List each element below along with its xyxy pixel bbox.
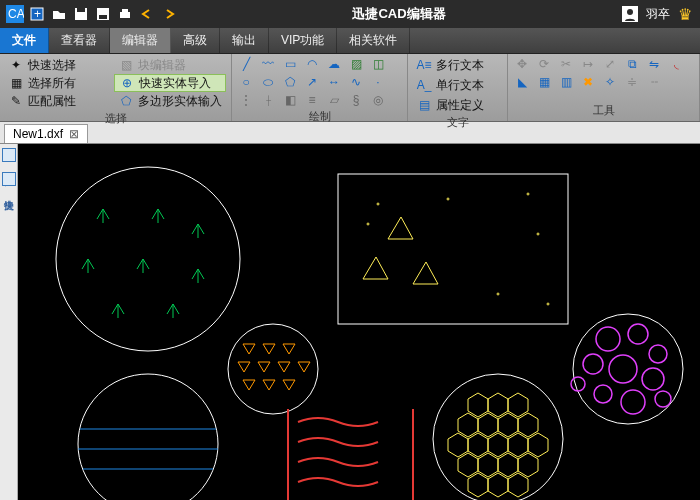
saveas-icon[interactable]: [94, 5, 112, 23]
wipe-icon[interactable]: ▱: [324, 92, 344, 108]
attr-icon: ▤: [416, 97, 432, 113]
workspace: 刚性 快捷夹: [0, 144, 700, 500]
svg-point-37: [621, 390, 645, 414]
ellipse-icon[interactable]: ⬭: [258, 74, 278, 90]
svg-point-36: [594, 385, 612, 403]
svg-rect-5: [77, 8, 85, 12]
save-icon[interactable]: [72, 5, 90, 23]
user-area: 羽卒 ♛: [614, 5, 700, 24]
menu-bar: 文件 查看器 编辑器 高级 输出 VIP功能 相关软件: [0, 28, 700, 54]
ribbon-group-draw: ╱ 〰 ▭ ◠ ☁ ▨ ◫ ○ ⬭ ⬠ ↗ ↔ ∿ · ⋮ ⟊ ◧ ≡ ▱ § …: [232, 54, 408, 121]
hatch-icon[interactable]: ▨: [346, 56, 366, 72]
svg-rect-13: [338, 174, 568, 324]
boundary-icon[interactable]: ◧: [280, 92, 300, 108]
break-icon[interactable]: ╌: [644, 74, 664, 90]
group-label-tools: 工具: [512, 102, 695, 119]
svg-point-18: [537, 233, 539, 235]
user-icon[interactable]: [622, 6, 638, 22]
menu-output[interactable]: 输出: [220, 28, 269, 53]
array-icon[interactable]: ▦: [534, 74, 554, 90]
text-icon: A_: [416, 77, 432, 93]
donut-icon[interactable]: ◎: [368, 92, 388, 108]
quick-select-button[interactable]: ✦快速选择: [4, 56, 112, 74]
explode-icon[interactable]: ✧: [600, 74, 620, 90]
ray-icon[interactable]: ↗: [302, 74, 322, 90]
document-tab[interactable]: New1.dxf ⊠: [4, 124, 88, 143]
select-all-button[interactable]: ▦选择所有: [4, 74, 112, 92]
redo-icon[interactable]: [160, 5, 178, 23]
drawing-canvas[interactable]: [18, 144, 700, 500]
svg-point-20: [547, 303, 549, 305]
chamfer-icon[interactable]: ◣: [512, 74, 532, 90]
menu-viewer[interactable]: 查看器: [49, 28, 110, 53]
svg-point-11: [627, 9, 633, 15]
menu-file[interactable]: 文件: [0, 28, 49, 53]
scale-icon[interactable]: ⤢: [600, 56, 620, 72]
helix-icon[interactable]: §: [346, 92, 366, 108]
quick-access-toolbar: CAD +: [0, 5, 184, 23]
trim-icon[interactable]: ✂: [556, 56, 576, 72]
match-props-button[interactable]: ✎匹配属性: [4, 92, 112, 110]
extend-icon[interactable]: ↦: [578, 56, 598, 72]
fillet-icon[interactable]: ◟: [666, 56, 686, 72]
mirror-icon[interactable]: ⇋: [644, 56, 664, 72]
poly-icon[interactable]: ⬠: [280, 74, 300, 90]
close-tab-icon[interactable]: ⊠: [69, 127, 79, 141]
attrdef-button[interactable]: ▤属性定义: [412, 96, 488, 114]
import-icon: ⊕: [119, 75, 135, 91]
menu-related[interactable]: 相关软件: [337, 28, 410, 53]
svg-point-17: [367, 223, 369, 225]
ribbon-group-text: A≡多行文本 A_单行文本 ▤属性定义 文字: [408, 54, 508, 121]
svg-point-30: [596, 327, 620, 351]
line-icon[interactable]: ╱: [236, 56, 256, 72]
quick-import-button[interactable]: ⊕快速实体导入: [114, 74, 226, 92]
open-icon[interactable]: [50, 5, 68, 23]
undo-icon[interactable]: [138, 5, 156, 23]
rotate-icon[interactable]: ⟳: [534, 56, 554, 72]
trace-icon[interactable]: ≡: [302, 92, 322, 108]
print-icon[interactable]: [116, 5, 134, 23]
xline-icon[interactable]: ↔: [324, 74, 344, 90]
align-icon[interactable]: ≑: [622, 74, 642, 90]
svg-point-31: [628, 324, 648, 344]
offset-icon[interactable]: ▥: [556, 74, 576, 90]
point-icon[interactable]: ·: [368, 74, 388, 90]
svg-point-35: [642, 368, 664, 390]
circle-icon[interactable]: ○: [236, 74, 256, 90]
region-icon[interactable]: ◫: [368, 56, 388, 72]
svg-point-39: [571, 377, 585, 391]
mtext-button[interactable]: A≡多行文本: [412, 56, 488, 74]
menu-vip[interactable]: VIP功能: [269, 28, 337, 53]
wand-icon: ✦: [8, 57, 24, 73]
erase-icon[interactable]: ✖: [578, 74, 598, 90]
menu-advanced[interactable]: 高级: [171, 28, 220, 53]
title-bar: CAD + 迅捷CAD编辑器 羽卒 ♛: [0, 0, 700, 28]
cloud-icon[interactable]: ☁: [324, 56, 344, 72]
side-panel: 刚性 快捷夹: [0, 144, 18, 500]
block-editor-button[interactable]: ▧块编辑器: [114, 56, 226, 74]
text-button[interactable]: A_单行文本: [412, 76, 488, 94]
side-panel-btn-b[interactable]: [2, 172, 16, 186]
group-label-draw: 绘制: [236, 108, 403, 125]
username[interactable]: 羽卒: [646, 6, 670, 23]
polygon-icon: ⬠: [118, 93, 134, 109]
crown-icon[interactable]: ♛: [678, 5, 692, 24]
svg-text:CAD: CAD: [8, 7, 24, 21]
app-logo-icon[interactable]: CAD: [6, 5, 24, 23]
side-panel-btn-a[interactable]: [2, 148, 16, 162]
divide-icon[interactable]: ⋮: [236, 92, 256, 108]
move-icon[interactable]: ✥: [512, 56, 532, 72]
new-icon[interactable]: +: [28, 5, 46, 23]
copy-icon[interactable]: ⧉: [622, 56, 642, 72]
select-all-icon: ▦: [8, 75, 24, 91]
spline-icon[interactable]: ∿: [346, 74, 366, 90]
polyline-icon[interactable]: 〰: [258, 56, 278, 72]
menu-editor[interactable]: 编辑器: [110, 28, 171, 53]
measure-icon[interactable]: ⟊: [258, 92, 278, 108]
svg-point-22: [78, 374, 218, 500]
rect-icon[interactable]: ▭: [280, 56, 300, 72]
polygon-input-button[interactable]: ⬠多边形实体输入: [114, 92, 226, 110]
svg-rect-7: [99, 15, 107, 19]
arc-icon[interactable]: ◠: [302, 56, 322, 72]
document-tab-label: New1.dxf: [13, 127, 63, 141]
